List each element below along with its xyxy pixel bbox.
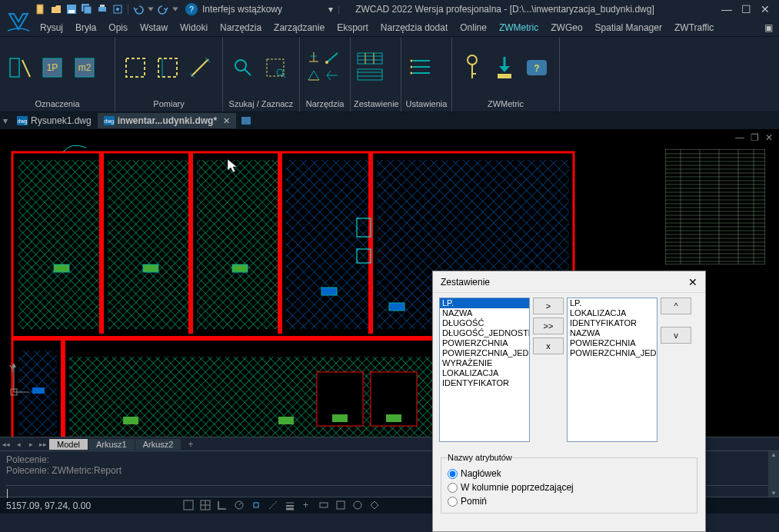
doc-tabs-menu-icon[interactable]: ▾ xyxy=(3,115,11,126)
menu-online[interactable]: Online xyxy=(457,21,490,35)
scroll-up-icon[interactable]: ▲ xyxy=(771,451,777,458)
list-item[interactable]: IDENTYFIKATOR xyxy=(568,318,657,328)
doc-tab-rysunek1[interactable]: dwg Rysunek1.dwg xyxy=(11,113,98,128)
radio-header[interactable] xyxy=(448,469,458,479)
move-down-button[interactable]: v xyxy=(661,327,691,344)
ribbon-label-1p-button[interactable]: 1P xyxy=(38,54,66,81)
menu-bryla[interactable]: Bryła xyxy=(72,21,99,35)
ribbon-tool2-icon[interactable] xyxy=(325,51,340,67)
cmdline-scrollbar[interactable]: ▲ ▼ xyxy=(768,451,779,497)
list-item[interactable]: LOKALIZACJA xyxy=(440,368,529,378)
layout-tab-arkusz2[interactable]: Arkusz2 xyxy=(135,439,182,450)
status-ortho-icon[interactable] xyxy=(217,500,229,512)
help-icon[interactable]: ? xyxy=(185,3,198,15)
status-dyn2-icon[interactable] xyxy=(318,500,331,512)
menu-rysuj[interactable]: Rysuj xyxy=(37,21,66,35)
qat-save-icon[interactable] xyxy=(65,2,78,16)
qat-undo-dropdown-icon[interactable] xyxy=(147,2,155,16)
selected-attributes-list[interactable]: LP. LOKALIZACJA IDENTYFIKATOR NAZWA POWI… xyxy=(567,298,657,442)
ribbon-collapse-icon[interactable]: ▣ xyxy=(764,22,779,33)
status-osnap-icon[interactable] xyxy=(251,500,263,512)
radio-skip[interactable] xyxy=(448,497,458,507)
ribbon-marker1-button[interactable] xyxy=(6,54,34,81)
menu-widoki[interactable]: Widoki xyxy=(177,21,211,35)
list-item[interactable]: LP. xyxy=(440,298,529,308)
menu-zwgeo[interactable]: ZWGeo xyxy=(548,21,585,35)
qat-undo-icon[interactable] xyxy=(131,2,145,16)
add-all-button[interactable]: >> xyxy=(533,318,564,334)
ribbon-area2-button[interactable] xyxy=(154,54,181,81)
status-grid-icon[interactable] xyxy=(200,500,212,512)
layout-prev-icon[interactable]: ◂ xyxy=(12,438,25,451)
qat-saveall-icon[interactable] xyxy=(80,2,94,16)
available-attributes-list[interactable]: LP. NAZWA DŁUGOŚĆ DŁUGOŚĆ_JEDNOSTK POWIE… xyxy=(439,298,530,442)
status-extra-icon[interactable] xyxy=(369,500,381,512)
menu-eksport[interactable]: Eksport xyxy=(334,21,371,35)
new-tab-icon[interactable] xyxy=(241,115,251,126)
ribbon-table2-icon[interactable] xyxy=(357,68,383,83)
layout-first-icon[interactable]: ◂◂ xyxy=(0,438,12,451)
list-item[interactable]: LP. xyxy=(568,298,657,308)
layout-next-icon[interactable]: ▸ xyxy=(25,438,37,451)
list-item[interactable]: WYRAŻENIE xyxy=(440,358,529,368)
radio-preceding[interactable] xyxy=(448,483,458,493)
list-item[interactable]: NAZWA xyxy=(440,308,529,318)
status-cycle-icon[interactable] xyxy=(352,500,365,512)
status-dyn-icon[interactable]: + xyxy=(301,500,314,512)
status-lwt-icon[interactable] xyxy=(285,500,297,512)
dropdown-arrow-icon[interactable]: ▾ xyxy=(328,4,333,15)
list-item[interactable]: POWIERZCHNIA xyxy=(440,338,529,348)
menu-opis[interactable]: Opis xyxy=(105,21,131,35)
radio-skip-row[interactable]: Pomiń xyxy=(448,494,691,508)
ribbon-table1-icon[interactable] xyxy=(357,52,383,67)
qat-print-icon[interactable] xyxy=(95,2,109,16)
ribbon-select-area-button[interactable] xyxy=(261,54,289,81)
move-up-button[interactable]: ^ xyxy=(661,298,691,314)
layout-last-icon[interactable]: ▸▸ xyxy=(37,438,49,451)
status-polar-icon[interactable] xyxy=(234,500,246,512)
maximize-button[interactable]: ☐ xyxy=(741,3,751,15)
menu-zarzadzanie[interactable]: Zarządzanie xyxy=(271,21,328,35)
menu-wstaw[interactable]: Wstaw xyxy=(137,21,171,35)
ribbon-label-m2-button[interactable]: m2 xyxy=(71,54,98,81)
layout-add-button[interactable]: + xyxy=(181,438,199,451)
list-item[interactable]: POWIERZCHNIA xyxy=(568,338,657,348)
menu-zwtraffic[interactable]: ZWTraffic xyxy=(671,21,717,35)
status-otrack-icon[interactable] xyxy=(268,500,280,512)
remove-button[interactable]: x xyxy=(533,337,564,354)
radio-preceding-row[interactable]: W kolumnie poprzedzającej xyxy=(448,480,691,494)
radio-header-row[interactable]: Nagłówek xyxy=(448,467,691,480)
menu-narzedzia-dodat[interactable]: Narzędzia dodat xyxy=(378,21,451,35)
ribbon-download-button[interactable] xyxy=(491,54,518,81)
ribbon-tool3-icon[interactable] xyxy=(306,68,321,85)
menu-narzedzia[interactable]: Narzędzia xyxy=(217,21,265,35)
list-item[interactable]: DŁUGOŚĆ xyxy=(440,318,529,328)
menu-spatial-manager[interactable]: Spatial Manager xyxy=(592,21,665,35)
close-tab-icon[interactable]: ✕ xyxy=(223,116,230,126)
ribbon-list-button[interactable] xyxy=(408,54,435,81)
ui-mode-selector[interactable]: ? Interfejs wstążkowy ▾ | xyxy=(185,3,340,15)
ribbon-help-button[interactable]: ? xyxy=(523,54,551,81)
menu-zwmetric[interactable]: ZWMetric xyxy=(496,21,541,35)
list-item[interactable]: POWIERZCHNIA_JEDN xyxy=(440,348,529,358)
scroll-down-icon[interactable]: ▼ xyxy=(771,490,777,497)
close-button[interactable]: ✕ xyxy=(761,3,770,15)
qat-open-icon[interactable] xyxy=(49,2,63,16)
list-item[interactable]: NAZWA xyxy=(568,328,657,338)
status-model-icon[interactable] xyxy=(335,500,348,512)
qat-redo-icon[interactable] xyxy=(156,2,170,16)
ribbon-tool1-icon[interactable] xyxy=(306,51,321,67)
list-item[interactable]: POWIERZCHNIA_JEDN xyxy=(568,348,657,358)
qat-new-icon[interactable] xyxy=(34,2,48,16)
layout-tab-model[interactable]: Model xyxy=(49,439,88,450)
status-snap-icon[interactable] xyxy=(183,500,195,512)
dialog-close-button[interactable]: ✕ xyxy=(688,276,697,288)
ribbon-measure-line-button[interactable] xyxy=(186,54,214,81)
ribbon-search-button[interactable] xyxy=(229,54,257,81)
cmd-input[interactable]: | xyxy=(6,487,8,498)
ribbon-key-button[interactable] xyxy=(458,54,486,81)
ribbon-tool4-icon[interactable] xyxy=(325,68,340,85)
list-item[interactable]: DŁUGOŚĆ_JEDNOSTK xyxy=(440,328,529,338)
ribbon-area1-button[interactable] xyxy=(122,54,149,81)
minimize-button[interactable]: — xyxy=(721,3,732,15)
